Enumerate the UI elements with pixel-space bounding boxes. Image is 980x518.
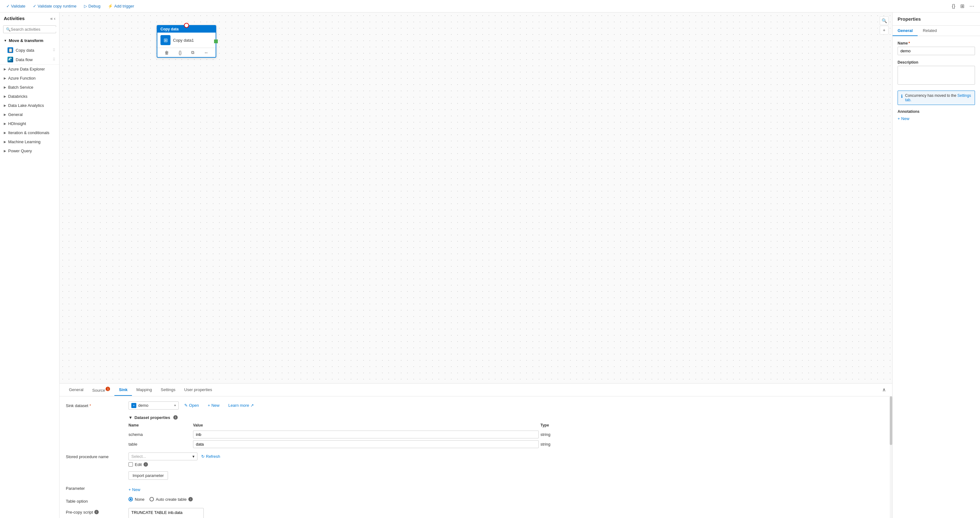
prop-description-input[interactable] — [897, 66, 975, 84]
table-type-cell: string — [541, 442, 886, 446]
group-label: Move & transform — [9, 38, 44, 43]
section-label: Databricks — [8, 94, 27, 99]
properties-tab-related[interactable]: Related — [918, 26, 942, 36]
sidebar-item-label: Data flow — [16, 57, 33, 62]
open-dataset-button[interactable]: ✎ Open — [181, 401, 202, 409]
delete-node-button[interactable]: 🗑 — [163, 49, 170, 56]
sink-dataset-dropdown[interactable]: ≡ demo ▾ — [129, 401, 179, 410]
radio-none[interactable]: None — [129, 497, 145, 502]
pre-copy-info-icon[interactable]: i — [94, 510, 99, 514]
zoom-in-button[interactable]: + — [880, 26, 888, 35]
pre-copy-row: Pre-copy script i TRUNCATE TABLE inb.dat… — [66, 508, 886, 518]
debug-button[interactable]: ▷ Debug — [81, 3, 103, 10]
activity-node[interactable]: Copy data ⊞ Copy data1 🗑 {} ⧉ ↔ — [157, 25, 216, 58]
edit-checkbox[interactable] — [129, 462, 133, 467]
search-box[interactable]: 🔍 — [3, 25, 56, 33]
notice-text: Concurrency has moved to the Settings ta… — [905, 94, 972, 102]
code-node-button[interactable]: {} — [177, 49, 183, 56]
scrollbar-thumb[interactable] — [890, 396, 892, 445]
chevron-right-icon: ▶ — [4, 122, 6, 126]
dataset-props-row: ▼ Dataset properties i Name Value Type s… — [66, 414, 886, 448]
stored-proc-dropdown[interactable]: Select... ▾ — [129, 453, 197, 460]
import-parameter-button[interactable]: Import parameter — [129, 471, 168, 480]
activity-node-actions: 🗑 {} ⧉ ↔ — [158, 48, 216, 57]
pre-copy-script-input[interactable]: TRUNCATE TABLE inb.data — [129, 508, 204, 518]
validate-copy-runtime-button[interactable]: ✓ Validate copy runtime — [30, 3, 79, 10]
radio-auto-create[interactable]: Auto create table i — [150, 497, 193, 502]
tab-general[interactable]: General — [65, 384, 88, 396]
sidebar-item-data-lake-analytics[interactable]: ▶ Data Lake Analytics — [0, 101, 59, 110]
sidebar-item-azure-function[interactable]: ▶ Azure Function — [0, 74, 59, 83]
debug-icon: ▷ — [84, 4, 87, 8]
auto-create-info-icon[interactable]: i — [188, 497, 193, 501]
edit-label: Edit — [135, 462, 142, 467]
new-dataset-button[interactable]: + New — [205, 401, 223, 409]
import-param-row: Import parameter — [66, 471, 886, 480]
sidebar-item-databricks[interactable]: ▶ Databricks — [0, 92, 59, 101]
sidebar-item-machine-learning[interactable]: ▶ Machine Learning — [0, 137, 59, 146]
edit-info-icon[interactable]: i — [143, 462, 148, 467]
section-label: Data Lake Analytics — [8, 103, 44, 108]
tab-sink[interactable]: Sink — [115, 384, 132, 396]
properties-tab-general[interactable]: General — [892, 26, 918, 36]
clone-node-button[interactable]: ⧉ — [190, 49, 196, 56]
section-label: Batch Service — [8, 85, 33, 90]
sink-dataset-label: Sink dataset — [66, 401, 129, 408]
sidebar-item-label: Copy data — [16, 48, 34, 52]
sidebar-header: Activities « ‹ — [0, 13, 59, 24]
success-connector[interactable] — [214, 40, 218, 43]
tab-user-properties[interactable]: User properties — [180, 384, 216, 396]
new-parameter-button[interactable]: + New — [129, 487, 140, 493]
tab-mapping[interactable]: Mapping — [132, 384, 156, 396]
chevron-right-icon: ▶ — [4, 95, 6, 98]
pre-copy-label: Pre-copy script i — [66, 508, 129, 515]
add-annotation-button[interactable]: + New — [897, 116, 910, 122]
debug-label: Debug — [88, 4, 100, 8]
refresh-button[interactable]: ↻ Refresh — [200, 453, 221, 460]
sidebar-item-hdinsight[interactable]: ▶ HDInsight — [0, 119, 59, 128]
schema-value-input[interactable] — [193, 431, 539, 439]
external-link-icon: ↗ — [250, 403, 254, 408]
prop-description-field: Description — [897, 60, 975, 86]
prop-name-input[interactable] — [897, 47, 975, 55]
bottom-content: Sink dataset ≡ demo ▾ ✎ Open + — [60, 396, 892, 518]
parameter-row: Parameter + New — [66, 484, 886, 493]
table-value-input[interactable] — [193, 440, 539, 448]
search-icon: 🔍 — [6, 27, 11, 32]
more-button[interactable]: ⋯ — [967, 2, 976, 10]
search-input[interactable] — [11, 27, 60, 32]
chevron-right-icon: ▶ — [4, 86, 6, 89]
validate-button[interactable]: ✓ Validate — [4, 3, 28, 10]
tab-settings[interactable]: Settings — [156, 384, 180, 396]
learn-more-button[interactable]: Learn more ↗ — [225, 401, 257, 409]
drag-handle[interactable]: ⠿ — [52, 48, 56, 52]
canvas-area[interactable]: Copy data ⊞ Copy data1 🗑 {} ⧉ ↔ 🔍 + — [60, 13, 892, 383]
drag-handle[interactable]: ⠿ — [52, 57, 56, 62]
data-flow-icon: 🌊 — [8, 57, 13, 62]
dataset-props-header[interactable]: ▼ Dataset properties i — [129, 415, 886, 420]
plus-icon: + — [208, 403, 210, 408]
sidebar-item-data-flow[interactable]: 🌊 Data flow ⠿ — [0, 55, 59, 64]
collapse-sidebar-button[interactable]: « — [51, 16, 53, 21]
sidebar-item-general[interactable]: ▶ General — [0, 110, 59, 119]
tab-source[interactable]: Source1 — [88, 384, 115, 396]
vertical-scrollbar[interactable] — [890, 396, 892, 518]
param-button[interactable]: ⊞ — [958, 2, 966, 10]
chevron-right-icon: ▶ — [4, 113, 6, 116]
search-canvas-button[interactable]: 🔍 — [880, 16, 888, 25]
code-button[interactable]: {} — [950, 2, 957, 10]
sidebar-item-power-query[interactable]: ▶ Power Query — [0, 146, 59, 156]
sidebar-item-batch-service[interactable]: ▶ Batch Service — [0, 83, 59, 92]
collapse-panel-button[interactable]: ∧ — [881, 385, 887, 394]
chevron-right-icon: ▶ — [4, 67, 6, 71]
add-trigger-button[interactable]: ⚡ Add trigger — [105, 3, 137, 10]
connect-node-button[interactable]: ↔ — [203, 49, 210, 56]
sidebar-item-copy-data[interactable]: 📋 Copy data ⠿ — [0, 45, 59, 55]
sidebar-item-iteration-conditionals[interactable]: ▶ Iteration & conditionals — [0, 128, 59, 137]
collapse-icon: ▼ — [129, 415, 132, 420]
chevron-right-icon: ▶ — [4, 140, 6, 143]
sidebar-group-header-move-transform[interactable]: ▼ Move & transform — [0, 36, 59, 45]
dataset-props-grid: Name Value Type schema string table stri… — [129, 423, 886, 448]
minimize-sidebar-button[interactable]: ‹ — [54, 16, 56, 21]
sidebar-item-azure-data-explorer[interactable]: ▶ Azure Data Explorer — [0, 65, 59, 74]
